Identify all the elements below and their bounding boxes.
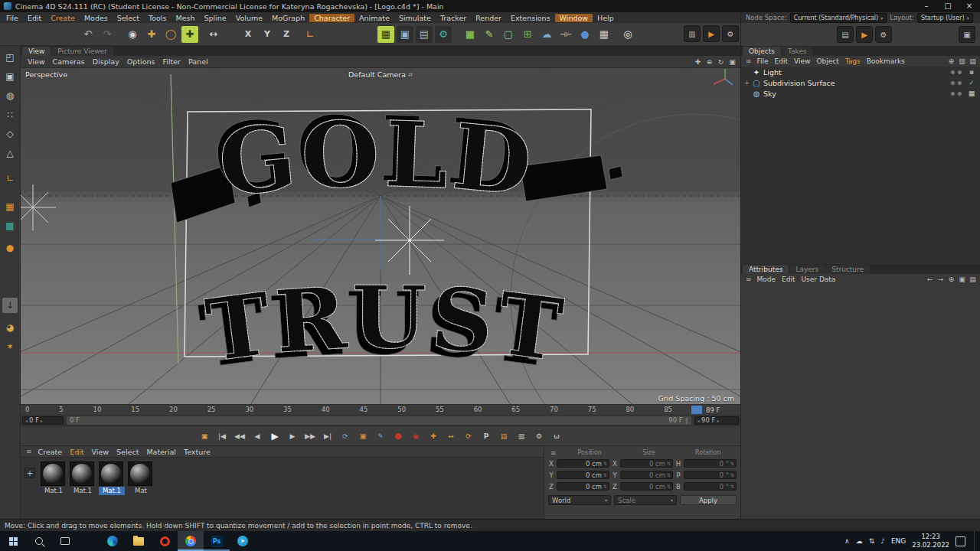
attribute-menu-item[interactable]: Edit	[779, 276, 798, 283]
viewport-tab[interactable]: Picture Viewer	[51, 47, 113, 56]
animation-palette-icon[interactable]: ✎	[373, 429, 389, 443]
undo-icon[interactable]: ↶	[80, 26, 96, 43]
rotation-field[interactable]: 0 °⇅	[684, 482, 737, 491]
object-menu-item[interactable]: Bookmarks	[864, 57, 908, 65]
zoom-view-icon[interactable]: ⊕	[704, 57, 714, 67]
attribute-menu-item[interactable]: User Data	[799, 276, 839, 283]
play-icon[interactable]: ▶	[267, 429, 283, 443]
taskbar-app-photoshop[interactable]: Ps	[204, 531, 230, 551]
menu-item[interactable]: Character	[309, 14, 354, 22]
rotation-field[interactable]: 0 °⇅	[684, 459, 737, 468]
record-keyframe-icon[interactable]: ●	[390, 429, 407, 443]
light-gizmo[interactable]	[375, 206, 444, 275]
language-indicator[interactable]: ENG	[891, 537, 906, 545]
clock[interactable]: 12:2323.02.2022	[912, 533, 949, 549]
go-to-end-icon[interactable]: ▶|	[320, 429, 336, 443]
console-icon[interactable]: ▤	[837, 26, 854, 43]
render-visibility-toggle[interactable]	[957, 80, 962, 86]
live-selection-icon[interactable]: ◉	[124, 26, 141, 43]
volume-icon[interactable]: ♪	[880, 537, 885, 545]
filter-icon[interactable]: ▥	[957, 57, 967, 66]
redo-icon[interactable]: ↷	[99, 26, 116, 43]
editor-visibility-toggle[interactable]	[950, 80, 956, 86]
autokeying-icon[interactable]: ◉	[408, 429, 424, 443]
panel-burger-icon[interactable]: ≡	[548, 449, 559, 457]
menu-item[interactable]: Simulate	[394, 14, 436, 22]
panel-tab[interactable]: Structure	[825, 265, 870, 274]
trust-text-object[interactable]: TRUST TRUST TRUST	[194, 267, 571, 387]
subdivision-surface-icon[interactable]: ▢	[500, 26, 517, 43]
material-menu-item[interactable]: View	[88, 448, 113, 456]
texture-mode-icon[interactable]: ◍	[2, 88, 18, 103]
expand-toggle[interactable]: +	[744, 80, 750, 86]
axis-x-lock-button[interactable]: X	[240, 26, 256, 43]
panel-menu-icon[interactable]: ▤	[968, 275, 978, 284]
render-picture-viewer-icon[interactable]: ▤	[416, 26, 433, 43]
material-menu-item[interactable]: Edit	[66, 448, 87, 456]
add-material-button[interactable]: +	[24, 468, 35, 478]
light-object-icon[interactable]: ◎	[619, 26, 636, 43]
material-thumbnail[interactable]	[128, 461, 152, 486]
gear-icon[interactable]: ⚙	[875, 26, 892, 43]
symmetry-icon[interactable]: ⊣⊢	[557, 26, 574, 43]
object-menu-item[interactable]: View	[791, 57, 813, 65]
action-center-icon[interactable]	[956, 536, 965, 546]
record-scale-icon[interactable]: ↔	[443, 429, 459, 443]
minimize-button[interactable]: –	[916, 0, 937, 12]
render-queue-icon[interactable]: ▶	[703, 25, 720, 42]
object-name[interactable]: Subdivision Surface	[763, 79, 835, 87]
pan-view-icon[interactable]: ✚	[693, 57, 703, 67]
gold-text-object[interactable]: GOLD GOLD GOLD	[209, 95, 539, 217]
array-icon[interactable]: ▦	[596, 26, 612, 43]
attribute-menu-item[interactable]: Mode	[754, 276, 779, 283]
taskbar-app-edge[interactable]	[100, 531, 126, 551]
size-field[interactable]: 0 cm⇅	[620, 459, 673, 468]
taskbar-app-chrome[interactable]	[178, 531, 204, 551]
menu-item[interactable]: Animate	[354, 14, 394, 22]
sculpt-icon[interactable]: ◕	[2, 320, 18, 335]
show-desktop-button[interactable]	[974, 531, 978, 551]
render-preview-icon[interactable]: ▣	[197, 429, 213, 443]
menu-item[interactable]: Render	[471, 14, 506, 22]
previous-frame-icon[interactable]: ◀	[250, 429, 266, 443]
viewport-menu-item[interactable]: Options	[123, 57, 159, 66]
object-menu-item[interactable]: Object	[813, 57, 841, 65]
material-item[interactable]: Mat.1	[70, 461, 96, 495]
keyframe-mode-icon[interactable]: ▣	[355, 429, 371, 443]
stepper-icon[interactable]: ⇅	[667, 461, 671, 466]
stepper-icon[interactable]: ⇅	[603, 484, 607, 489]
menu-item[interactable]: Help	[593, 14, 619, 22]
point-mode-icon[interactable]: ∷	[2, 107, 18, 122]
menu-item[interactable]: Modes	[80, 14, 113, 22]
viewport-canvas[interactable]: Perspective Default Camera⇄ Grid Spacing…	[21, 68, 740, 405]
layout-icon[interactable]: ▣	[959, 26, 975, 43]
viewport-menu-item[interactable]: View	[24, 57, 49, 66]
volume-icon[interactable]: ☁	[538, 26, 555, 43]
material-menu-item[interactable]: Create	[34, 448, 67, 456]
menu-item[interactable]: Window	[555, 14, 593, 22]
record-parameter-icon[interactable]: P	[479, 429, 495, 443]
stepper-icon[interactable]: ⇅	[667, 472, 671, 478]
size-field[interactable]: 0 cm⇅	[620, 482, 673, 491]
range-end-field[interactable]: ◂ 90 F ▸	[694, 416, 739, 425]
position-field[interactable]: 0 cm⇅	[557, 482, 609, 491]
timeline-playhead[interactable]	[691, 406, 702, 414]
playback-loop-icon[interactable]: ⟳	[338, 429, 354, 443]
panel-tab[interactable]: Attributes	[743, 265, 789, 274]
material-item[interactable]: Mat	[128, 461, 154, 495]
scale-mode-dropdown[interactable]: Scale▾	[614, 495, 677, 505]
material-thumbnail[interactable]	[70, 461, 94, 486]
history-back-icon[interactable]: ←	[925, 275, 935, 284]
stepper-icon[interactable]: ⇅	[603, 472, 607, 478]
panel-burger-icon[interactable]: ≡	[743, 57, 754, 65]
rotate-tool-icon[interactable]: ◯	[162, 26, 179, 43]
object-tag-icon[interactable]: ▦	[966, 90, 977, 97]
menu-item[interactable]: Edit	[23, 14, 46, 22]
maximize-button[interactable]: □	[937, 0, 959, 12]
position-field[interactable]: 0 cm⇅	[557, 459, 609, 468]
range-grip-icon[interactable]: ∥	[685, 416, 688, 424]
render-visibility-toggle[interactable]	[957, 91, 962, 96]
node-space-dropdown[interactable]: Current (Standard/Physical)▾	[790, 13, 887, 23]
active-move-tool-icon[interactable]: ✚	[181, 26, 198, 43]
axis-y-lock-button[interactable]: Y	[259, 26, 276, 43]
